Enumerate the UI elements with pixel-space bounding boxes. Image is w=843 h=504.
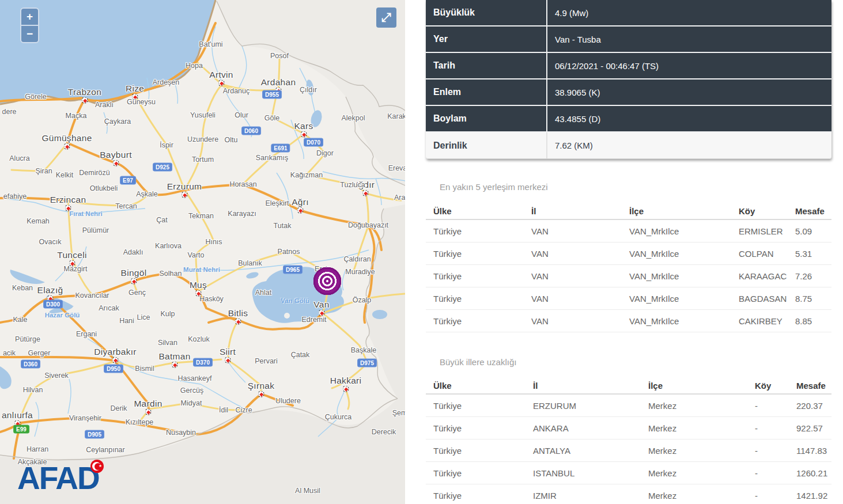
detail-label: Boylam <box>426 106 547 131</box>
map-label-mardin: Mardin <box>134 399 162 409</box>
city-marker-icon <box>343 386 349 392</box>
map-label-siverek: Siverek <box>44 372 69 380</box>
map-label-van-g-l-: Van Gölü <box>281 297 309 304</box>
col-header-ilce: İlçe <box>648 381 755 391</box>
detail-value: 06/12/2021 - 00:46:47 (TS) <box>547 53 831 78</box>
map-label-gerger: Gerger <box>28 349 51 357</box>
map-label-kale: Kale <box>13 316 27 324</box>
map-label-oltu: Oltu <box>225 136 238 144</box>
city-marker-icon <box>319 310 325 316</box>
map-label--rnak: Şırnak <box>248 381 275 391</box>
zoom-out-button[interactable]: − <box>21 26 38 42</box>
city-marker-icon <box>235 319 241 325</box>
map-label-trabzon: Trabzon <box>68 87 101 97</box>
map-label-p-t-rge: Pütürge <box>15 335 40 343</box>
table-cell: - <box>755 401 796 411</box>
map-label-siirt: Siirt <box>220 347 236 357</box>
col-header-mesafe: Mesafe <box>796 381 826 391</box>
map-label--iran: Şiran <box>35 167 52 175</box>
table-row: TürkiyeVANVAN_MrkIlceCOLPAN5.31 <box>426 242 831 265</box>
map-label-muradiye: Muradiye <box>345 268 375 276</box>
detail-value: 38.9065 (K) <box>547 79 831 105</box>
map-label-ceylanp-nar: Ceylanpınar <box>86 446 124 454</box>
zoom-in-button[interactable]: + <box>21 9 38 25</box>
city-marker-icon <box>131 278 137 285</box>
table-cell: IZMIR <box>533 491 648 501</box>
table-cell: Merkez <box>648 491 755 501</box>
map-label-hazar-g-l-: Hazar Gölü <box>45 312 80 319</box>
map-label-tutak: Tutak <box>274 222 292 230</box>
table-row: TürkiyeANTALYAMerkez-1147.83 <box>426 439 831 462</box>
table-cell: Türkiye <box>433 423 533 433</box>
map-label-otlukbeli: Otlukbeli <box>90 184 118 192</box>
table-cell: 1260.21 <box>796 468 827 478</box>
map-label--ukurca: Çukurca <box>325 413 352 421</box>
map-label-alucra: Alucra <box>9 154 29 162</box>
map-label-uzundere: Uzundere <box>187 135 218 143</box>
map-label-ka-zman: Kağızman <box>290 171 323 179</box>
map-label-derecik: Derecik <box>372 428 396 436</box>
table-row: TürkiyeERZURUMMerkez-220.37 <box>426 395 831 417</box>
detail-row-location: Yer Van - Tusba <box>426 26 831 53</box>
map-label-tekman: Tekman <box>188 212 214 220</box>
city-marker-icon <box>218 80 225 86</box>
table-cell: Türkiye <box>433 491 533 501</box>
detail-label: Yer <box>426 26 547 52</box>
table-cell: Merkez <box>648 468 755 478</box>
city-marker-icon <box>172 362 178 368</box>
map-label-e691: E691 <box>271 144 290 153</box>
map-label-tercan: Tercan <box>115 202 137 210</box>
map-label-derik: Derik <box>110 404 127 412</box>
col-header-ilce: İlçe <box>629 206 739 216</box>
earthquake-map[interactable]: TrabzonRizeArtvinArdahanKarsIğdırErzurum… <box>0 0 405 504</box>
table-cell: VAN_MrkIlce <box>629 316 739 326</box>
nearest-settlements-title: En yakın 5 yerleşim merkezi <box>440 182 548 192</box>
map-label-erzurum: Erzurum <box>167 181 202 192</box>
city-marker-icon <box>82 97 88 104</box>
map-label--zalp: Özalp <box>353 296 372 304</box>
map-label-arde-en: Ardeşen <box>153 78 180 86</box>
fullscreen-expand-button[interactable]: ⤢ <box>376 7 396 28</box>
map-label--aykara: Çaykara <box>104 118 131 126</box>
table-cell: ANTALYA <box>533 446 648 456</box>
table-cell: Türkiye <box>433 294 531 304</box>
map-label-g-le: Göle <box>264 114 279 122</box>
map-label-ba-kale: Başkale <box>351 346 376 354</box>
map-label-k-z-ltepe: Kızıltepe <box>126 418 154 426</box>
epicenter-marker[interactable] <box>313 267 342 295</box>
table-cell: 7.26 <box>795 271 824 281</box>
map-label-midyat: Midyat <box>181 399 202 407</box>
map-label-d950: D950 <box>104 365 123 373</box>
map-label-d905: D905 <box>85 430 104 439</box>
map-label-ardanu-: Ardanuç <box>223 87 250 95</box>
table-row: TürkiyeISTANBULMerkez-1260.21 <box>426 462 831 484</box>
map-label-ardahan: Ardahan <box>261 77 296 88</box>
map-label-gen-: Genç <box>128 289 146 297</box>
map-label-aral-k: Aralık <box>394 194 405 202</box>
map-label-g-m-hane: Gümüşhane <box>41 133 92 143</box>
table-cell: Türkiye <box>433 316 531 326</box>
map-label-d370: D370 <box>193 358 213 367</box>
table-cell: Merkez <box>648 446 755 456</box>
map-label-g-rele: Görele <box>25 93 47 101</box>
detail-value: Van - Tusba <box>547 26 831 52</box>
map-label-bayburt: Bayburt <box>100 150 132 160</box>
city-marker-icon <box>113 160 119 166</box>
table-cell: VAN <box>531 226 629 236</box>
map-label-pervari: Pervari <box>255 357 278 365</box>
map-label-uludere: Uludere <box>275 397 301 405</box>
map-label-ma-ka: Maçka <box>66 112 87 120</box>
map-label-anl-urfa: anlıurfa <box>2 410 33 420</box>
map-label-posof: Posof <box>270 52 289 60</box>
map-label-al-musil: Al Musil <box>295 487 320 495</box>
map-label-dere: dere <box>2 108 16 116</box>
map-label-hakkari: Hakkari <box>330 376 362 386</box>
map-zoom-control: + − <box>20 7 39 43</box>
table-cell: Türkiye <box>433 226 531 236</box>
city-marker-icon <box>225 357 231 363</box>
table-cell: Türkiye <box>433 249 531 259</box>
map-label-yusufeli: Yusufeli <box>190 111 216 119</box>
major-cities-title: Büyük illere uzaklığı <box>440 357 516 367</box>
city-marker-icon <box>362 190 369 196</box>
map-label-hani: Hani <box>119 317 134 325</box>
